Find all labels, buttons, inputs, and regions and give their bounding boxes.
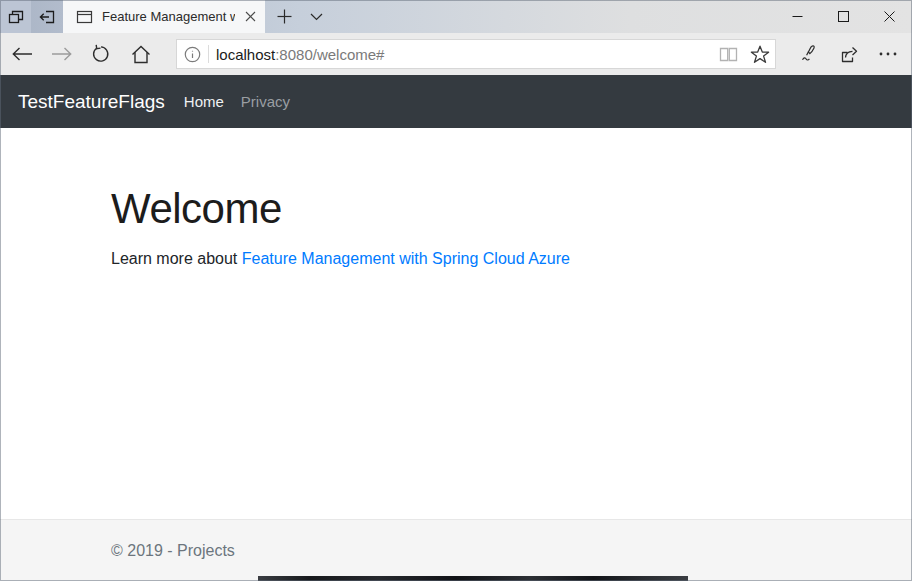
nav-item-privacy[interactable]: Privacy <box>241 93 290 110</box>
window-controls <box>774 0 912 33</box>
addressbar-divider <box>208 45 209 63</box>
refresh-icon <box>91 44 111 64</box>
copyright-text: © 2019 - Projects <box>111 542 235 560</box>
page-icon <box>76 9 93 25</box>
set-tabs-aside-icon <box>37 7 57 27</box>
titlebar: Feature Management w <box>0 0 912 33</box>
info-icon <box>184 46 201 63</box>
new-tab-icon <box>277 9 292 24</box>
settings-and-more-button[interactable] <box>871 37 905 71</box>
share-icon <box>838 45 859 64</box>
more-icon <box>879 52 897 56</box>
minimize-icon <box>792 11 803 22</box>
home-icon <box>131 45 151 64</box>
tab-previews-icon <box>6 7 26 27</box>
intro-text: Learn more about <box>111 250 242 267</box>
reading-view-button[interactable] <box>713 40 744 68</box>
close-tab-icon <box>245 11 256 22</box>
home-button[interactable] <box>122 35 160 73</box>
url-remainder: :8080/welcome# <box>275 46 384 63</box>
url-host: localhost <box>216 46 275 63</box>
new-tab-button[interactable] <box>268 0 300 33</box>
tabs-chevron-icon <box>310 13 323 21</box>
maximize-button[interactable] <box>820 0 866 33</box>
tab-list-button[interactable] <box>300 0 332 33</box>
navbar-brand[interactable]: TestFeatureFlags <box>18 91 165 113</box>
url-text[interactable]: localhost:8080/welcome# <box>216 46 713 63</box>
minimize-button[interactable] <box>774 0 820 33</box>
address-bar[interactable]: localhost:8080/welcome# <box>176 39 776 69</box>
page-title: Welcome <box>111 185 872 233</box>
browser-toolbar: localhost:8080/welcome# <box>0 33 912 75</box>
set-tabs-aside-button[interactable] <box>31 0 63 33</box>
forward-button[interactable] <box>42 35 80 73</box>
feature-management-link[interactable]: Feature Management with Spring Cloud Azu… <box>242 250 570 267</box>
browser-window: Feature Management w <box>0 0 912 581</box>
forward-icon <box>51 47 72 61</box>
back-icon <box>12 47 33 61</box>
share-button[interactable] <box>831 37 865 71</box>
close-tab-button[interactable] <box>235 0 265 33</box>
web-note-button[interactable] <box>793 37 827 71</box>
add-favorite-button[interactable] <box>744 40 775 68</box>
ink-pen-icon <box>799 44 822 64</box>
maximize-icon <box>838 11 849 22</box>
close-window-button[interactable] <box>866 0 912 33</box>
page-footer: © 2019 - Projects <box>0 519 912 581</box>
tab-title: Feature Management w <box>102 9 235 24</box>
tab-previews-button[interactable] <box>0 0 31 33</box>
site-navbar: TestFeatureFlags Home Privacy <box>0 75 912 128</box>
browser-tab[interactable]: Feature Management w <box>63 0 265 33</box>
nav-item-home[interactable]: Home <box>184 93 224 110</box>
back-button[interactable] <box>3 35 41 73</box>
close-icon <box>884 11 895 22</box>
site-info-button[interactable] <box>177 40 208 68</box>
reading-view-icon <box>719 47 738 62</box>
intro-paragraph: Learn more about Feature Management with… <box>111 250 872 268</box>
refresh-button[interactable] <box>82 35 120 73</box>
favorites-star-icon <box>750 45 770 64</box>
page-content: Welcome Learn more about Feature Managem… <box>0 128 912 518</box>
background-window-artifact <box>258 576 688 581</box>
